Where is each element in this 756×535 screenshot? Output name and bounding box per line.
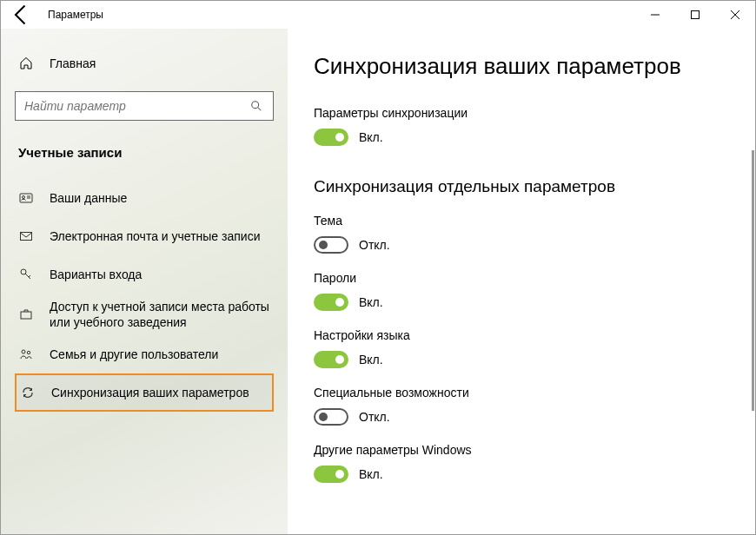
sidebar-item-signin-options[interactable]: Варианты входа — [15, 255, 274, 294]
svg-line-13 — [29, 275, 30, 277]
setting-ease-of-access: Специальные возможности Откл. — [314, 386, 729, 426]
setting-passwords: Пароли Вкл. — [314, 271, 729, 311]
person-card-icon — [18, 190, 34, 206]
toggle-state-text: Вкл. — [359, 467, 383, 481]
sidebar: Главная Учетные записи Ваши данные Элект… — [1, 29, 288, 534]
window-title: Параметры — [48, 9, 103, 21]
nav-list: Ваши данные Электронная почта и учетные … — [15, 179, 274, 412]
scrollbar[interactable] — [752, 150, 754, 411]
setting-other-windows: Другие параметры Windows Вкл. — [314, 443, 729, 483]
section-heading: Учетные записи — [15, 145, 274, 160]
sidebar-item-email-accounts[interactable]: Электронная почта и учетные записи — [15, 217, 274, 255]
svg-point-7 — [23, 196, 25, 199]
toggle-state-text: Откл. — [359, 238, 390, 252]
svg-point-4 — [252, 102, 259, 109]
key-icon — [18, 267, 34, 282]
setting-label: Настройки языка — [314, 328, 729, 342]
minimize-button[interactable] — [635, 1, 675, 29]
toggle-state-text: Вкл. — [359, 295, 383, 309]
search-input[interactable] — [24, 99, 249, 113]
sidebar-item-sync-settings[interactable]: Синхронизация ваших параметров — [15, 373, 274, 412]
setting-label: Специальные возможности — [314, 386, 729, 400]
svg-rect-14 — [21, 312, 31, 319]
svg-point-15 — [22, 350, 25, 353]
setting-label: Тема — [314, 214, 729, 228]
toggle-language[interactable] — [314, 351, 348, 368]
close-button[interactable] — [715, 1, 755, 29]
home-label: Главная — [50, 56, 96, 70]
sidebar-item-your-info[interactable]: Ваши данные — [15, 179, 274, 217]
briefcase-icon — [18, 307, 34, 322]
setting-label: Параметры синхронизации — [314, 106, 729, 120]
mail-icon — [18, 228, 34, 244]
toggle-theme[interactable] — [314, 236, 348, 254]
individual-heading: Синхронизация отдельных параметров — [314, 177, 729, 196]
sidebar-item-label: Синхронизация ваших параметров — [51, 385, 249, 400]
sidebar-item-label: Электронная почта и учетные записи — [50, 228, 260, 244]
svg-line-5 — [258, 108, 262, 111]
titlebar: Параметры — [1, 1, 755, 29]
sidebar-item-label: Семья и другие пользователи — [50, 347, 218, 362]
sidebar-item-label: Доступ к учетной записи места работы или… — [50, 299, 270, 330]
sidebar-item-label: Ваши данные — [50, 190, 127, 206]
maximize-button[interactable] — [675, 1, 715, 29]
people-icon — [18, 347, 34, 362]
search-box[interactable] — [15, 91, 274, 121]
toggle-passwords[interactable] — [314, 294, 348, 311]
svg-rect-10 — [21, 233, 32, 241]
toggle-state-text: Вкл. — [359, 353, 383, 367]
page-title: Синхронизация ваших параметров — [314, 53, 729, 80]
sidebar-item-work-access[interactable]: Доступ к учетной записи места работы или… — [15, 294, 274, 335]
toggle-other-windows[interactable] — [314, 466, 348, 483]
back-button[interactable] — [10, 3, 34, 27]
sidebar-item-label: Варианты входа — [50, 267, 142, 282]
toggle-ease-of-access[interactable] — [314, 408, 348, 426]
svg-rect-1 — [692, 11, 700, 19]
svg-point-16 — [27, 352, 30, 354]
toggle-state-text: Вкл. — [359, 130, 383, 144]
setting-label: Другие параметры Windows — [314, 443, 729, 457]
sidebar-item-family[interactable]: Семья и другие пользователи — [15, 335, 274, 373]
setting-label: Пароли — [314, 271, 729, 285]
setting-sync-master: Параметры синхронизации Вкл. — [314, 106, 729, 146]
setting-language: Настройки языка Вкл. — [314, 328, 729, 368]
home-link[interactable]: Главная — [15, 48, 274, 79]
search-icon[interactable] — [249, 98, 264, 114]
window-controls — [635, 1, 755, 29]
setting-theme: Тема Откл. — [314, 214, 729, 254]
content-area: Синхронизация ваших параметров Параметры… — [288, 29, 755, 534]
toggle-sync-master[interactable] — [314, 129, 348, 146]
home-icon — [18, 56, 34, 71]
toggle-state-text: Откл. — [359, 410, 390, 424]
sync-icon — [20, 385, 36, 400]
